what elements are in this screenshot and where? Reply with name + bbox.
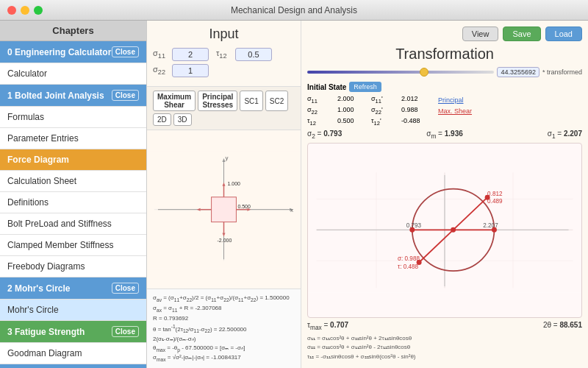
angle-slider[interactable] (307, 71, 494, 74)
close-window-button[interactable] (7, 6, 16, 15)
window-title: Mechanical Design and Analysis (231, 5, 357, 15)
sigma22-label: σ22 (153, 65, 169, 76)
sidebar-section-label: 0 Engineering Calculator (7, 47, 111, 57)
sidebar-item-fatigue-strength[interactable]: 3 Fatigue Strength Close (0, 321, 146, 343)
svg-text:0.812: 0.812 (487, 191, 503, 197)
cell-val11p: 2.012 (401, 95, 434, 105)
sidebar-item-freebody[interactable]: Freebody Diagrams (0, 256, 146, 277)
tab-principal-stresses[interactable]: PrincipalStresses (198, 91, 237, 111)
svg-text:1.000: 1.000 (227, 181, 240, 186)
sigma1-label: σ1 = 2.207 (548, 130, 582, 140)
formula-section: σav = (σ11+σ22)/2 = (σ11+σ22)/(σ11+σ22) … (147, 289, 301, 368)
cell-tau12p: τ12' (371, 117, 401, 127)
svg-text:σ: 0.988: σ: 0.988 (398, 255, 420, 262)
mohr-circle-svg: σ: 0.988 τ: 0.488 0.812 0.489 0.793 2.20… (308, 144, 581, 317)
sigma2-label: σ2 = 0.793 (307, 130, 342, 140)
initial-state-label: Initial State (307, 83, 346, 91)
formula-line-5: 2(σ₁-σₘ)/(σₘ-σₙ) (153, 335, 295, 344)
angle-display: 44.3255692 (497, 67, 539, 77)
tau12-label: τ12 (216, 49, 232, 60)
svg-text:y: y (225, 155, 228, 161)
tab-maximum-shear[interactable]: MaximumShear (153, 91, 196, 111)
view-button[interactable]: View (462, 26, 499, 41)
formula-bottom-2: σ₂₂ = σ₂₂cos²θ + σ₁₁sin²θ - 2τ₁₂sinθcosθ (307, 343, 582, 353)
tab-3d[interactable]: 3D (173, 113, 192, 126)
title-bar: Mechanical Design and Analysis (0, 0, 588, 21)
sidebar-item-formulas[interactable]: Formulas (0, 107, 146, 128)
top-buttons: View Save Load (307, 26, 582, 41)
input-row-sigma11: σ11 τ12 (153, 48, 295, 61)
svg-text:0.793: 0.793 (406, 222, 422, 229)
input-row-sigma22: σ22 (153, 64, 295, 77)
formula-bottom-1: σ₁₁ = σ₁₁cos²θ + σ₂₂sin²θ + 2τ₁₂sinθcosθ (307, 334, 582, 344)
svg-text:2.207: 2.207 (483, 222, 498, 229)
cell-val-tau12p: -0.488 (401, 117, 434, 127)
sidebar-item-engineering-calculator[interactable]: 0 Engineering Calculator Close (0, 41, 146, 63)
mohr-circle-area: σ: 0.988 τ: 0.488 0.812 0.489 0.793 2.20… (307, 143, 582, 318)
maximize-window-button[interactable] (34, 6, 43, 15)
close-badge-4[interactable]: Close (112, 326, 139, 337)
sidebar-item-calculation-sheet[interactable]: Calculation Sheet (0, 171, 146, 192)
sidebar-item-calculator[interactable]: Calculator (0, 63, 146, 85)
two-theta-label: 2θ = 88.651 (543, 321, 582, 331)
sigma22-input[interactable] (172, 64, 209, 77)
cell-val11: 2.000 (337, 95, 370, 105)
minimize-window-button[interactable] (21, 6, 29, 15)
bottom-values: τmax = 0.707 2θ = 88.651 (307, 321, 582, 331)
refresh-button[interactable]: Refresh (349, 82, 381, 92)
tab-2d[interactable]: 2D (153, 113, 171, 126)
input-section: Input σ11 τ12 σ22 (147, 21, 301, 87)
svg-text:0.500: 0.500 (237, 204, 251, 209)
main-inner: Input σ11 τ12 σ22 MaximumShear Principal… (147, 21, 588, 368)
formula-line-3: R = 0.793692 (153, 314, 295, 323)
transformation-title: Transformation (307, 46, 582, 63)
close-badge-3[interactable]: Close (112, 283, 139, 294)
input-title: Input (153, 26, 295, 42)
cell-sig11p: σ11' (371, 95, 401, 105)
formula-line-4: θ = tan-1(2τ12/σ11-σ22) = 22.500000 (153, 323, 295, 335)
sidebar-item-bolt-preload[interactable]: Bolt PreLoad and Stiffness (0, 213, 146, 235)
close-badge-2[interactable]: Close (112, 90, 139, 101)
formula-line-7: σmax = √σ²-|σₘ|-|σₙ| = -1.0084317 (153, 353, 295, 364)
sidebar-item-clamped-member[interactable]: Clamped Member Stiffness (0, 235, 146, 256)
save-button[interactable]: Save (503, 26, 540, 41)
sidebar-item-bolted-joint[interactable]: 1 Bolted Joint Analysis Close (0, 85, 146, 107)
sigma11-input[interactable] (172, 48, 209, 61)
formula-line-6: θmax = -θp - 67.500000 = [σₘ = -σₙ] (153, 344, 295, 354)
app-container: Chapters 0 Engineering Calculator Close … (0, 21, 588, 368)
svg-text:0.489: 0.489 (487, 198, 503, 205)
tau-max-label: τmax = 0.707 (307, 321, 348, 331)
cell-sig22: σ22 (307, 106, 337, 116)
bottom-formulas: σ₁₁ = σ₁₁cos²θ + σ₂₂sin²θ + 2τ₁₂sinθcosθ… (307, 334, 582, 362)
sidebar-item-help[interactable]: 4 Help Close (0, 364, 146, 368)
cell-sig22p: σ22' (371, 106, 401, 116)
svg-point-33 (451, 227, 456, 233)
close-badge[interactable]: Close (112, 46, 139, 57)
sigmaM-label: σm = 1.936 (426, 130, 463, 140)
tab-sc2[interactable]: SC2 (265, 91, 288, 111)
sigma11-label: σ11 (153, 49, 169, 60)
tabs-row: MaximumShear PrincipalStresses SC1 SC2 2… (147, 87, 301, 130)
right-panel: View Save Load Transformation 44.3255692… (301, 21, 588, 368)
formula-line-2: σax = σ11 + R = -2.307068 (153, 304, 295, 314)
sidebar-item-mohrs-circle[interactable]: Mohr's Circle (0, 300, 146, 321)
sidebar-header: Chapters (0, 21, 146, 41)
sidebar-item-definitions[interactable]: Definitions (0, 192, 146, 213)
formula-line-1: σav = (σ11+σ22)/2 = (σ11+σ22)/(σ11+σ22) … (153, 294, 295, 304)
tau12-input[interactable] (235, 48, 272, 61)
svg-text:x: x (290, 207, 293, 213)
sidebar-item-goodman[interactable]: Goodman Diagram (0, 343, 146, 364)
state-table: σ11 2.000 σ11' 2.012 Principal σ22 1.000… (307, 95, 582, 127)
sidebar-item-parameter-entries[interactable]: Parameter Entries (0, 128, 146, 149)
window-controls (7, 6, 43, 15)
slider-thumb[interactable] (420, 68, 429, 77)
sidebar-item-force-diagram[interactable]: Force Diagram (0, 149, 146, 171)
tab-sc1[interactable]: SC1 (240, 91, 262, 111)
svg-rect-9 (212, 197, 237, 222)
cell-val22: 1.000 (337, 106, 370, 116)
slider-row[interactable]: 44.3255692 * transformed (307, 67, 582, 77)
load-button[interactable]: Load (545, 26, 582, 41)
max-shear-link[interactable]: Max. Shear (435, 106, 494, 116)
principal-link[interactable]: Principal (435, 95, 494, 105)
sidebar-item-mohrs-circle-section[interactable]: 2 Mohr's Circle Close (0, 277, 146, 300)
